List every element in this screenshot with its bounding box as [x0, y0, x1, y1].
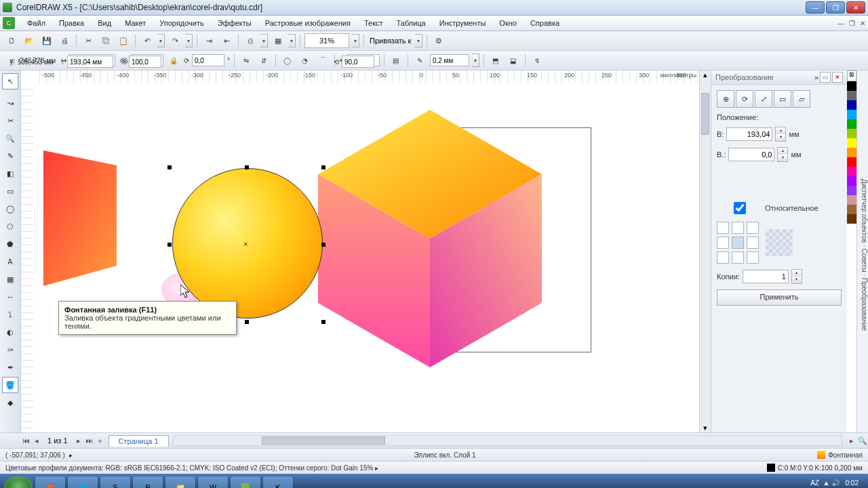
vertical-scrollbar[interactable]: ▴ ▾: [699, 70, 711, 432]
menu-view[interactable]: Вид: [91, 18, 118, 28]
system-tray[interactable]: AZ ▲ 🔊 0:02 25.11.2016: [805, 479, 864, 488]
pick-tool[interactable]: ↖: [2, 73, 18, 89]
table-tool[interactable]: ▦: [2, 271, 18, 287]
sel-handle-e[interactable]: [321, 243, 326, 247]
menu-table[interactable]: Таблица: [390, 18, 433, 28]
add-page-button[interactable]: ＋: [95, 436, 106, 446]
outline-width-input[interactable]: [430, 54, 469, 66]
menu-layout[interactable]: Макет: [118, 18, 153, 28]
hexagon-cube-shape[interactable]: [318, 110, 542, 367]
paste-button[interactable]: 📋: [116, 33, 131, 48]
undo-dropdown[interactable]: ▾: [157, 34, 165, 47]
undo-button[interactable]: ↶: [140, 33, 155, 48]
new-button[interactable]: 🗋: [4, 33, 19, 48]
rectangle-tool[interactable]: ▭: [2, 183, 18, 199]
h-input[interactable]: [726, 127, 772, 141]
docker-collapse-button[interactable]: »: [814, 73, 818, 81]
first-page-button[interactable]: ⏮: [20, 436, 31, 445]
last-page-button[interactable]: ⏭: [84, 436, 95, 445]
publish-dropdown[interactable]: ▾: [260, 34, 268, 47]
publish-button[interactable]: ⎙: [243, 33, 258, 48]
height-input[interactable]: [67, 56, 113, 68]
end-angle-input[interactable]: [342, 56, 374, 68]
eyedropper-tool[interactable]: ✑: [2, 342, 18, 358]
cut-button[interactable]: ✂: [81, 33, 96, 48]
task-skype[interactable]: S: [100, 476, 130, 488]
prev-page-button[interactable]: ◂: [31, 436, 42, 445]
interactive-fill-tool[interactable]: ◆: [2, 394, 18, 411]
h-spinner[interactable]: ▴▾: [775, 127, 786, 142]
ellipse-tool[interactable]: ◯: [2, 201, 18, 217]
menu-arrange[interactable]: Упорядочить: [153, 18, 210, 28]
task-coreldraw[interactable]: 🟩: [231, 476, 260, 488]
copies-spinner[interactable]: ▴▾: [791, 269, 802, 284]
app-logo[interactable]: C: [3, 17, 15, 29]
export-button[interactable]: ⇤: [219, 33, 234, 48]
redo-dropdown[interactable]: ▾: [185, 34, 193, 47]
maximize-button[interactable]: ❐: [826, 1, 845, 14]
snap-dropdown[interactable]: ▾: [415, 34, 422, 47]
to-back-button[interactable]: ⬓: [506, 53, 521, 68]
scaley-input[interactable]: [129, 56, 161, 68]
doc-minimize-button[interactable]: —: [837, 20, 844, 27]
color-palette[interactable]: ⊠: [847, 70, 856, 432]
open-button[interactable]: 📂: [22, 33, 37, 48]
task-chrome[interactable]: 🌐: [68, 476, 98, 488]
page-nav-button[interactable]: 🔍: [857, 436, 868, 445]
docker-close-button[interactable]: ✕: [832, 72, 843, 83]
wrap-text-button[interactable]: ▤: [389, 53, 403, 68]
sel-handle-ne[interactable]: [321, 165, 326, 169]
menu-help[interactable]: Справка: [524, 18, 566, 28]
save-button[interactable]: 💾: [39, 33, 54, 48]
copy-button[interactable]: ⿻: [98, 33, 113, 48]
sel-handle-w[interactable]: [167, 243, 172, 247]
app-launcher-button[interactable]: ▦: [271, 33, 285, 48]
task-word[interactable]: W: [198, 476, 228, 488]
menu-text[interactable]: Текст: [357, 18, 390, 28]
basic-shapes-tool[interactable]: ⬟: [2, 236, 18, 252]
sel-handle-s[interactable]: [245, 320, 249, 324]
convert-curves-button[interactable]: ↯: [530, 53, 545, 68]
doc-close-button[interactable]: ✕: [860, 20, 865, 27]
task-explorer[interactable]: 📁: [165, 476, 195, 488]
horizontal-scrollbar[interactable]: [173, 435, 842, 446]
v-input[interactable]: [728, 148, 774, 161]
relative-checkbox[interactable]: [719, 202, 760, 214]
sel-handle-n[interactable]: [245, 165, 249, 169]
next-page-button[interactable]: ▸: [73, 436, 84, 445]
cube-left-shape[interactable]: [43, 150, 117, 289]
menu-bitmaps[interactable]: Растровые изображения: [258, 18, 357, 28]
v-spinner[interactable]: ▴▾: [777, 147, 788, 162]
connector-tool[interactable]: ⤵: [2, 306, 18, 323]
drawing-canvas[interactable]: × Фонтанная заливка (F11) Заливка объект…: [33, 83, 699, 432]
apply-button[interactable]: Применить: [717, 289, 842, 306]
minimize-button[interactable]: —: [806, 1, 825, 14]
zoom-input[interactable]: [304, 33, 349, 48]
print-button[interactable]: 🖨: [57, 33, 72, 48]
trans-position-button[interactable]: ⊕: [717, 90, 734, 108]
horizontal-ruler[interactable]: -500-450 -400-350 -300-250 -200-150 -100…: [33, 70, 699, 83]
trans-rotate-button[interactable]: ⟳: [736, 90, 753, 108]
trans-size-button[interactable]: ▭: [774, 90, 791, 108]
redo-button[interactable]: ↷: [167, 33, 182, 48]
shape-tool[interactable]: ↝: [2, 95, 18, 111]
menu-tools[interactable]: Инструменты: [433, 18, 493, 28]
app-launcher-dropdown[interactable]: ▾: [288, 34, 296, 47]
menu-window[interactable]: Окно: [492, 18, 524, 28]
close-button[interactable]: ✕: [846, 1, 865, 14]
trans-skew-button[interactable]: ▱: [793, 90, 810, 108]
doc-restore-button[interactable]: ❐: [849, 20, 855, 27]
task-firefox[interactable]: 🦊: [35, 476, 65, 488]
docker-min-button[interactable]: ▭: [820, 72, 831, 83]
to-front-button[interactable]: ⬒: [488, 53, 503, 68]
fill-tool[interactable]: 🪣: [2, 377, 18, 393]
trans-scale-button[interactable]: ⤢: [755, 90, 772, 108]
zoom-dropdown[interactable]: ▾: [352, 34, 359, 47]
menu-file[interactable]: Файл: [20, 18, 52, 28]
options-button[interactable]: ⚙: [431, 33, 446, 48]
vertical-ruler[interactable]: [21, 83, 34, 432]
docker-side-tabs[interactable]: Диспетчер объектов · Советы · Преобразов…: [856, 70, 868, 432]
task-kaspersky[interactable]: K: [263, 476, 293, 488]
menu-effects[interactable]: Эффекты: [211, 18, 258, 28]
sel-handle-nw[interactable]: [167, 165, 172, 169]
